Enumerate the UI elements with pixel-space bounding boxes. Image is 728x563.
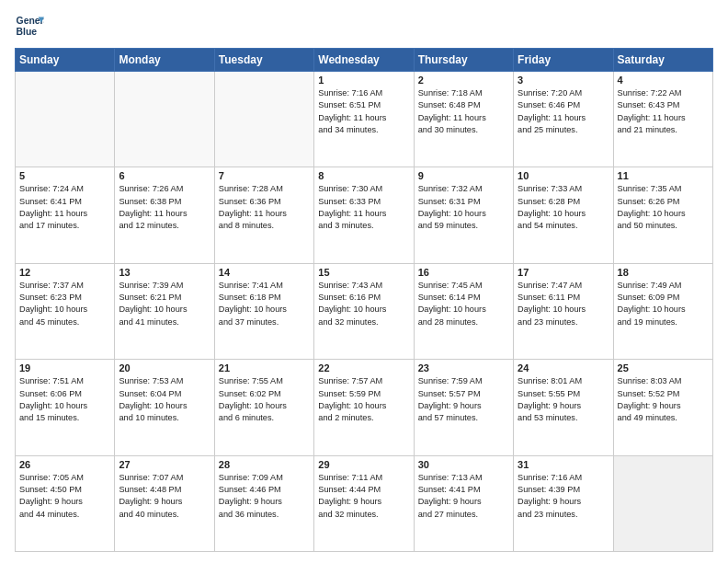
day-info: Sunrise: 8:03 AM Sunset: 5:52 PM Dayligh… — [618, 375, 709, 424]
day-number: 16 — [418, 267, 509, 278]
day-info: Sunrise: 7:49 AM Sunset: 6:09 PM Dayligh… — [618, 280, 709, 328]
day-info: Sunrise: 7:18 AM Sunset: 6:48 PM Dayligh… — [418, 87, 509, 136]
weekday-header-thursday: Thursday — [414, 49, 513, 72]
day-cell: 29Sunrise: 7:11 AM Sunset: 4:44 PM Dayli… — [314, 455, 414, 551]
day-number: 12 — [19, 267, 110, 278]
day-number: 25 — [618, 362, 709, 373]
header: General Blue — [15, 11, 713, 40]
day-number: 11 — [618, 170, 709, 181]
day-number: 30 — [418, 459, 509, 470]
day-cell: 15Sunrise: 7:43 AM Sunset: 6:16 PM Dayli… — [314, 263, 414, 359]
day-info: Sunrise: 7:26 AM Sunset: 6:38 PM Dayligh… — [119, 183, 210, 232]
day-cell: 18Sunrise: 7:49 AM Sunset: 6:09 PM Dayli… — [613, 263, 712, 359]
day-cell: 24Sunrise: 8:01 AM Sunset: 5:55 PM Dayli… — [514, 360, 613, 455]
day-info: Sunrise: 7:07 AM Sunset: 4:48 PM Dayligh… — [119, 472, 210, 521]
day-info: Sunrise: 7:05 AM Sunset: 4:50 PM Dayligh… — [19, 472, 110, 521]
weekday-header-monday: Monday — [115, 49, 214, 72]
weekday-header-row: SundayMondayTuesdayWednesdayThursdayFrid… — [16, 49, 713, 72]
day-info: Sunrise: 7:45 AM Sunset: 6:14 PM Dayligh… — [418, 280, 509, 328]
day-info: Sunrise: 7:22 AM Sunset: 6:43 PM Dayligh… — [618, 87, 709, 136]
day-cell — [115, 72, 214, 167]
day-number: 20 — [119, 362, 210, 373]
day-cell: 1Sunrise: 7:16 AM Sunset: 6:51 PM Daylig… — [314, 72, 414, 167]
day-cell: 27Sunrise: 7:07 AM Sunset: 4:48 PM Dayli… — [115, 455, 214, 551]
day-cell: 26Sunrise: 7:05 AM Sunset: 4:50 PM Dayli… — [16, 455, 115, 551]
logo: General Blue — [15, 11, 48, 40]
day-cell — [613, 455, 712, 551]
day-number: 7 — [219, 170, 310, 181]
day-cell: 12Sunrise: 7:37 AM Sunset: 6:23 PM Dayli… — [16, 263, 115, 359]
day-cell: 14Sunrise: 7:41 AM Sunset: 6:18 PM Dayli… — [214, 263, 313, 359]
day-number: 6 — [119, 170, 210, 181]
day-cell: 9Sunrise: 7:32 AM Sunset: 6:31 PM Daylig… — [414, 167, 513, 263]
weekday-header-sunday: Sunday — [16, 49, 115, 72]
day-number: 31 — [518, 459, 609, 470]
day-cell: 19Sunrise: 7:51 AM Sunset: 6:06 PM Dayli… — [16, 360, 115, 455]
day-info: Sunrise: 7:13 AM Sunset: 4:41 PM Dayligh… — [418, 472, 509, 521]
day-number: 18 — [618, 267, 709, 278]
day-number: 14 — [219, 267, 310, 278]
day-info: Sunrise: 7:43 AM Sunset: 6:16 PM Dayligh… — [318, 280, 409, 328]
day-number: 3 — [518, 75, 609, 86]
day-number: 5 — [19, 170, 110, 181]
day-info: Sunrise: 7:39 AM Sunset: 6:21 PM Dayligh… — [119, 280, 210, 328]
page: General Blue SundayMondayTuesdayWednesda… — [0, 0, 728, 563]
svg-text:Blue: Blue — [17, 27, 38, 37]
day-info: Sunrise: 7:37 AM Sunset: 6:23 PM Dayligh… — [19, 280, 110, 328]
day-number: 24 — [518, 362, 609, 373]
day-cell — [16, 72, 115, 167]
day-info: Sunrise: 7:20 AM Sunset: 6:46 PM Dayligh… — [518, 87, 609, 136]
week-row-4: 26Sunrise: 7:05 AM Sunset: 4:50 PM Dayli… — [16, 455, 713, 551]
day-info: Sunrise: 8:01 AM Sunset: 5:55 PM Dayligh… — [518, 375, 609, 424]
week-row-3: 19Sunrise: 7:51 AM Sunset: 6:06 PM Dayli… — [16, 360, 713, 455]
day-info: Sunrise: 7:30 AM Sunset: 6:33 PM Dayligh… — [318, 183, 409, 232]
day-number: 1 — [318, 75, 409, 86]
day-number: 10 — [518, 170, 609, 181]
day-cell — [214, 72, 313, 167]
day-number: 26 — [19, 459, 110, 470]
day-cell: 25Sunrise: 8:03 AM Sunset: 5:52 PM Dayli… — [613, 360, 712, 455]
day-number: 29 — [318, 459, 409, 470]
day-info: Sunrise: 7:55 AM Sunset: 6:02 PM Dayligh… — [219, 375, 310, 424]
day-info: Sunrise: 7:57 AM Sunset: 5:59 PM Dayligh… — [318, 375, 409, 424]
day-info: Sunrise: 7:59 AM Sunset: 5:57 PM Dayligh… — [418, 375, 509, 424]
day-number: 21 — [219, 362, 310, 373]
day-cell: 17Sunrise: 7:47 AM Sunset: 6:11 PM Dayli… — [514, 263, 613, 359]
day-info: Sunrise: 7:41 AM Sunset: 6:18 PM Dayligh… — [219, 280, 310, 328]
day-number: 2 — [418, 75, 509, 86]
day-number: 4 — [618, 75, 709, 86]
day-cell: 6Sunrise: 7:26 AM Sunset: 6:38 PM Daylig… — [115, 167, 214, 263]
week-row-2: 12Sunrise: 7:37 AM Sunset: 6:23 PM Dayli… — [16, 263, 713, 359]
weekday-header-saturday: Saturday — [613, 49, 712, 72]
day-cell: 21Sunrise: 7:55 AM Sunset: 6:02 PM Dayli… — [214, 360, 313, 455]
day-info: Sunrise: 7:53 AM Sunset: 6:04 PM Dayligh… — [119, 375, 210, 424]
day-number: 9 — [418, 170, 509, 181]
day-number: 27 — [119, 459, 210, 470]
day-cell: 8Sunrise: 7:30 AM Sunset: 6:33 PM Daylig… — [314, 167, 414, 263]
day-cell: 7Sunrise: 7:28 AM Sunset: 6:36 PM Daylig… — [214, 167, 313, 263]
day-cell: 28Sunrise: 7:09 AM Sunset: 4:46 PM Dayli… — [214, 455, 313, 551]
day-info: Sunrise: 7:09 AM Sunset: 4:46 PM Dayligh… — [219, 472, 310, 521]
day-info: Sunrise: 7:51 AM Sunset: 6:06 PM Dayligh… — [19, 375, 110, 424]
day-cell: 2Sunrise: 7:18 AM Sunset: 6:48 PM Daylig… — [414, 72, 513, 167]
day-info: Sunrise: 7:24 AM Sunset: 6:41 PM Dayligh… — [19, 183, 110, 232]
day-cell: 16Sunrise: 7:45 AM Sunset: 6:14 PM Dayli… — [414, 263, 513, 359]
day-info: Sunrise: 7:35 AM Sunset: 6:26 PM Dayligh… — [618, 183, 709, 232]
week-row-0: 1Sunrise: 7:16 AM Sunset: 6:51 PM Daylig… — [16, 72, 713, 167]
day-cell: 31Sunrise: 7:16 AM Sunset: 4:39 PM Dayli… — [514, 455, 613, 551]
day-info: Sunrise: 7:32 AM Sunset: 6:31 PM Dayligh… — [418, 183, 509, 232]
day-cell: 30Sunrise: 7:13 AM Sunset: 4:41 PM Dayli… — [414, 455, 513, 551]
week-row-1: 5Sunrise: 7:24 AM Sunset: 6:41 PM Daylig… — [16, 167, 713, 263]
weekday-header-wednesday: Wednesday — [314, 49, 414, 72]
day-number: 8 — [318, 170, 409, 181]
weekday-header-tuesday: Tuesday — [214, 49, 313, 72]
day-info: Sunrise: 7:28 AM Sunset: 6:36 PM Dayligh… — [219, 183, 310, 232]
day-number: 17 — [518, 267, 609, 278]
weekday-header-friday: Friday — [514, 49, 613, 72]
day-info: Sunrise: 7:47 AM Sunset: 6:11 PM Dayligh… — [518, 280, 609, 328]
day-cell: 20Sunrise: 7:53 AM Sunset: 6:04 PM Dayli… — [115, 360, 214, 455]
day-cell: 3Sunrise: 7:20 AM Sunset: 6:46 PM Daylig… — [514, 72, 613, 167]
day-number: 28 — [219, 459, 310, 470]
day-cell: 23Sunrise: 7:59 AM Sunset: 5:57 PM Dayli… — [414, 360, 513, 455]
day-info: Sunrise: 7:11 AM Sunset: 4:44 PM Dayligh… — [318, 472, 409, 521]
